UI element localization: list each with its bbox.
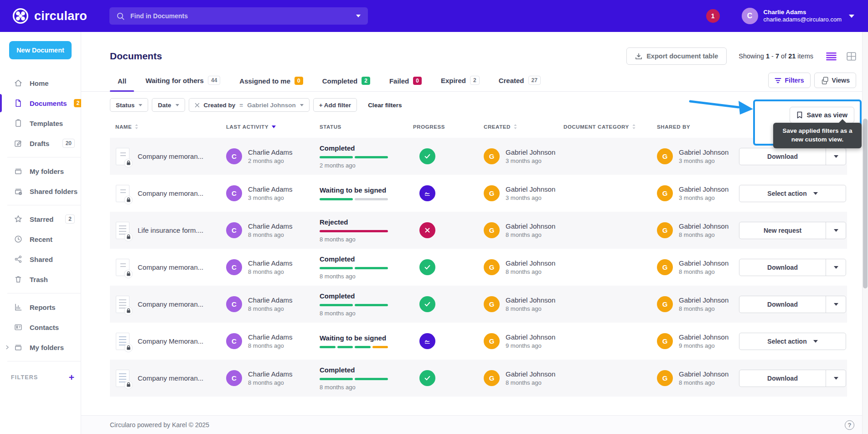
download-button[interactable]: Download	[739, 296, 846, 313]
filter-funnel-icon	[775, 78, 781, 84]
avatar: G	[657, 296, 673, 312]
sidebar-item-home[interactable]: Home	[0, 73, 81, 93]
table-row[interactable]: Life insurance form....CCharlie Adams8 m…	[110, 212, 847, 249]
action-dropdown-caret-icon[interactable]	[826, 148, 846, 165]
table-body: Company memoran...CCharlie Adams2 months…	[110, 138, 847, 397]
download-button[interactable]: Download	[739, 148, 846, 165]
table-row[interactable]: Company memoran...CCharlie Adams8 months…	[110, 360, 847, 397]
remove-filter-icon[interactable]	[195, 103, 200, 108]
created-by-filter-chip[interactable]: Created by = Gabriel Johnson	[189, 98, 310, 112]
search-scope-caret-icon[interactable]	[356, 15, 361, 17]
divider	[7, 157, 81, 157]
tab-created[interactable]: Created27	[491, 72, 548, 91]
tab-completed[interactable]: Completed2	[315, 73, 378, 91]
action-dropdown-caret-icon[interactable]	[826, 222, 846, 239]
sidebar-item-reports[interactable]: Reports	[0, 297, 81, 317]
add-filter-chip[interactable]: + Add filter	[313, 98, 357, 112]
table-row[interactable]: Company memoran...CCharlie Adams8 months…	[110, 249, 847, 286]
scrollbar-thumb[interactable]	[863, 119, 868, 288]
progress-segment-green	[355, 304, 388, 306]
global-search[interactable]	[109, 7, 368, 25]
column-header-last-activity[interactable]: LAST ACTIVITY	[226, 124, 320, 130]
completed-check-icon	[419, 370, 435, 386]
table-row[interactable]: Company Memoran...CCharlie Adams8 months…	[110, 323, 847, 360]
document-name-cell: Life insurance form....	[110, 222, 226, 239]
sidebar-item-trash[interactable]: Trash	[0, 269, 81, 289]
sidebar-item-label: Templates	[30, 120, 63, 127]
sidebar-item-recent[interactable]: Recent	[0, 229, 81, 249]
action-dropdown-caret-icon[interactable]	[826, 296, 846, 313]
tab-expired[interactable]: Expired2	[433, 72, 487, 91]
clear-filters-button[interactable]: Clear filters	[365, 101, 404, 109]
action-dropdown-caret-icon	[813, 192, 818, 195]
download-button[interactable]: Download	[739, 259, 846, 276]
document-name-cell: Company Memoran...	[110, 333, 226, 350]
tab-failed[interactable]: Failed0	[382, 73, 429, 91]
sidebar-item-my-folders[interactable]: My folders	[0, 337, 81, 357]
column-header-status[interactable]: STATUS	[320, 124, 413, 130]
sidebar-item-shared[interactable]: Shared	[0, 249, 81, 269]
tab-waiting-for-others[interactable]: Waiting for others44	[138, 72, 228, 91]
date-filter-chip[interactable]: Date	[152, 98, 185, 112]
avatar: G	[484, 222, 500, 238]
tab-all[interactable]: All	[110, 73, 134, 91]
progress-bar	[320, 304, 388, 306]
search-input[interactable]	[129, 12, 356, 20]
table-row[interactable]: Company memoran...CCharlie Adams8 months…	[110, 286, 847, 323]
help-icon[interactable]: ?	[845, 420, 854, 430]
tab-assigned-to-me[interactable]: Assigned to me0	[232, 73, 310, 91]
filters-button[interactable]: Filters	[768, 73, 811, 88]
top-bar: circularo 1 C Charlie Adams charlie.adam…	[0, 0, 868, 32]
user-menu[interactable]: C Charlie Adams charlie.adams@circularo.…	[742, 8, 854, 24]
avatar: G	[657, 185, 673, 201]
tab-badge: 2	[470, 76, 480, 85]
export-document-table-button[interactable]: Export document table	[626, 47, 727, 65]
action-dropdown-caret-icon[interactable]	[826, 370, 846, 387]
sidebar-item-templates[interactable]: Templates	[0, 113, 81, 133]
new-document-button[interactable]: New Document	[9, 41, 72, 59]
person-name: Charlie Adams	[248, 259, 293, 267]
column-header-document-category[interactable]: DOCUMENT CATEGORY	[563, 124, 657, 130]
status-filter-chip[interactable]: Status	[110, 98, 148, 112]
status-cell: Waiting to be signed	[320, 334, 413, 348]
column-header-name[interactable]: NAME	[110, 124, 226, 130]
status-label: Completed	[320, 255, 413, 263]
views-button[interactable]: Views	[814, 73, 856, 88]
table-row[interactable]: Company memoran...CCharlie Adams3 months…	[110, 175, 847, 212]
document-name-cell: Company memoran...	[110, 370, 226, 387]
sidebar-item-contacts[interactable]: Contacts	[0, 317, 81, 337]
list-view-icon[interactable]	[826, 52, 837, 61]
sidebar-item-documents[interactable]: Documents2	[0, 93, 81, 113]
sidebar-item-drafts[interactable]: Drafts20	[0, 133, 81, 153]
column-header-shared-by[interactable]: SHARED BY	[657, 124, 739, 130]
shared-by-cell: GGabriel Johnson8 months ago	[657, 296, 739, 312]
last-activity-cell: CCharlie Adams8 months ago	[226, 370, 320, 386]
action-dropdown-caret-icon	[813, 340, 818, 343]
sidebar-item-label: Trash	[30, 276, 48, 283]
action-dropdown-caret-icon[interactable]	[826, 259, 846, 276]
download-button[interactable]: Download	[739, 370, 846, 387]
sidebar-item-my-folders[interactable]: My folders	[0, 161, 81, 181]
avatar: G	[657, 222, 673, 238]
avatar: C	[226, 333, 242, 349]
new-request-button[interactable]: New request	[739, 222, 846, 239]
column-label: CREATED	[484, 124, 511, 130]
brand-logo[interactable]: circularo	[12, 7, 87, 25]
document-icon	[116, 333, 129, 350]
person-time: 8 months ago	[248, 231, 293, 238]
select-action-button[interactable]: Select action	[739, 185, 846, 202]
column-header-progress[interactable]: PROGRESS	[413, 124, 484, 130]
grid-view-icon[interactable]	[847, 52, 856, 61]
lock-icon	[124, 270, 133, 278]
table-row[interactable]: Company memoran...CCharlie Adams2 months…	[110, 138, 847, 175]
select-action-button[interactable]: Select action	[739, 333, 846, 350]
column-header-created[interactable]: CREATED	[484, 124, 563, 130]
sidebar-item-starred[interactable]: Starred2	[0, 209, 81, 229]
sidebar-item-label: Shared	[30, 256, 53, 263]
add-filter-plus-icon[interactable]: +	[69, 372, 74, 382]
progress-cell	[413, 259, 484, 275]
sidebar-item-shared-folders[interactable]: Shared folders	[0, 181, 81, 201]
progress-segment-green	[355, 156, 388, 158]
notification-badge[interactable]: 1	[706, 9, 720, 23]
last-activity-cell: CCharlie Adams8 months ago	[226, 259, 320, 275]
